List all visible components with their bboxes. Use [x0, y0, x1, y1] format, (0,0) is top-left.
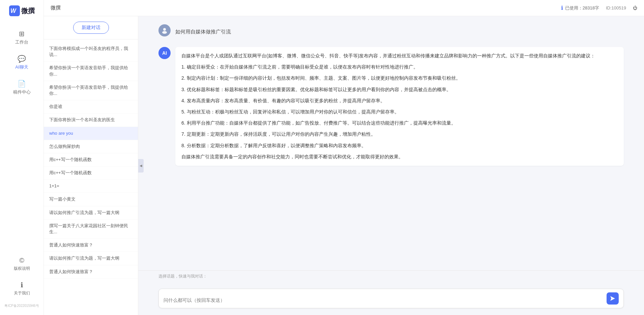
sidebar-item-copyright[interactable]: © 版权说明 — [0, 253, 43, 275]
ai-para-0: 自媒体平台是个人或团队通过互联网平台(如博客、微博、微信公众号、抖音、快手等)发… — [181, 52, 618, 60]
ai-para-1: 1. 确定目标受众：在开始自媒体推广引流之前，需要明确目标受众是谁，以便在发布内… — [181, 63, 618, 71]
send-button[interactable] — [607, 292, 619, 305]
user-message-content: 如何用自媒体做推广引流 — [175, 24, 624, 39]
sidebar-item-drafts[interactable]: 📄 稿件中心 — [0, 76, 43, 99]
history-item[interactable]: 请以如何推广引流为题，写一篇大纲 — [44, 252, 138, 265]
history-item[interactable]: 下面你将扮演一个名叫圣友的医生 — [44, 113, 138, 127]
id-info: ID:100519 — [606, 5, 626, 10]
sidebar-item-aichat[interactable]: 💬 AI聊天 — [0, 51, 43, 74]
ai-para-3: 3. 优化标题和标签：标题和标签是吸引粉丝的重要因素。优化标题和标签可以让更多的… — [181, 85, 618, 94]
sidebar-item-workbench[interactable]: ⊞ 工作台 — [0, 26, 43, 49]
chat-input[interactable] — [164, 296, 604, 305]
history-panel: 新建对话 下面你将模拟成一个叫圣友的程序员，我说... 希望你扮演一个英语发音助… — [44, 16, 138, 315]
ai-para-8: 8. 分析数据：定期分析数据，了解用户反馈和喜好，以便调整推广策略和内容发布频率… — [181, 141, 618, 150]
user-message-text: 如何用自媒体做推广引流 — [175, 24, 624, 39]
svg-point-3 — [162, 31, 167, 34]
workbench-icon: ⊞ — [19, 30, 25, 38]
ai-message-content: 自媒体平台是个人或团队通过互联网平台(如博客、微博、微信公众号、抖音、快手等)发… — [175, 47, 624, 166]
main: 微撰 ℹ 已使用：28318字 ID:100519 ⏻ 新建对话 下面你将模拟成… — [44, 0, 644, 315]
svg-text:W: W — [10, 7, 17, 14]
chat-messages: 如何用自媒体做推广引流 AI 自媒体平台是个人或团队通过互联网平台(如博客、微博… — [138, 16, 644, 270]
history-item[interactable]: 普通人如何快速致富？ — [44, 239, 138, 252]
history-item[interactable]: 下面你将模拟成一个叫圣友的程序员，我说... — [44, 42, 138, 61]
drafts-icon: 📄 — [18, 80, 26, 88]
ai-message: AI 自媒体平台是个人或团队通过互联网平台(如博客、微博、微信公众号、抖音、快手… — [158, 47, 624, 166]
sidebar: W 微撰 ⊞ 工作台 💬 AI聊天 📄 稿件中心 © 版权说明 ℹ 关于我们 粤… — [0, 0, 44, 315]
logo-text: 微撰 — [21, 6, 35, 16]
usage-text: 已使用：28318字 — [565, 5, 599, 11]
quick-topics-label: 选择话题，快速与我对话： — [158, 273, 624, 279]
usage-icon: ℹ — [561, 5, 563, 11]
ai-para-6: 6. 利用平台推广功能：自媒体平台都提供了推广功能，如广告投放、付费推广等。可以… — [181, 119, 618, 127]
aichat-icon: 💬 — [18, 55, 26, 63]
sidebar-item-workbench-label: 工作台 — [15, 39, 28, 45]
user-avatar — [158, 24, 171, 36]
history-item[interactable]: 你是谁 — [44, 100, 138, 113]
history-item[interactable]: 撰写一篇关于八大家花园社区一刻钟便民生... — [44, 219, 138, 239]
input-area — [138, 285, 644, 315]
quick-topics: 选择话题，快速与我对话： — [138, 270, 644, 285]
history-item[interactable]: 希望你扮演一个英语发音助手，我提供给你... — [44, 61, 138, 81]
ai-para-2: 2. 制定内容计划：制定一份详细的内容计划，包括发布时间、频率、主题、文案、图片… — [181, 74, 618, 82]
nav-items: ⊞ 工作台 💬 AI聊天 📄 稿件中心 — [0, 26, 43, 99]
history-item[interactable]: 用c++写一个随机函数 — [44, 166, 138, 180]
history-item[interactable]: 请以如何推广引流为题，写一篇大纲 — [44, 206, 138, 219]
copyright-icon: © — [19, 257, 24, 264]
history-item[interactable]: 写一篇小黄文 — [44, 193, 138, 206]
usage-info: ℹ 已使用：28318字 — [561, 5, 599, 11]
history-list: 下面你将模拟成一个叫圣友的程序员，我说... 希望你扮演一个英语发音助手，我提供… — [44, 40, 138, 315]
svg-point-2 — [163, 28, 166, 31]
ai-para-4: 4. 发布高质量内容：发布高质量、有价值、有趣的内容可以吸引更多的粉丝，并提高用… — [181, 97, 618, 105]
sidebar-item-aichat-label: AI聊天 — [15, 64, 28, 70]
content: 新建对话 下面你将模拟成一个叫圣友的程序员，我说... 希望你扮演一个英语发音助… — [44, 16, 644, 315]
sidebar-item-about-label: 关于我们 — [14, 290, 30, 296]
user-message: 如何用自媒体做推广引流 — [158, 24, 624, 39]
new-chat-button[interactable]: 新建对话 — [73, 22, 109, 34]
sidebar-item-about[interactable]: ℹ 关于我们 — [0, 278, 43, 299]
ai-para-9: 自媒体推广引流需要具备一定的内容创作和社交能力，同时也需要不断尝试和优化，才能取… — [181, 153, 618, 161]
ai-para-5: 5. 与粉丝互动：积极与粉丝互动，回复评论和私信，可以增加用户对你的认可和信任，… — [181, 108, 618, 116]
history-item[interactable]: 1+1= — [44, 180, 138, 193]
input-box — [158, 289, 624, 308]
ai-avatar: AI — [158, 47, 171, 59]
ai-para-7: 7. 定期更新：定期更新内容，保持活跃度，可以让用户对你的内容产生兴趣，增加用户… — [181, 130, 618, 138]
history-item[interactable]: 怎么做狗屎炒肉 — [44, 140, 138, 153]
icp-text: 粤ICP备2022015946号 — [0, 302, 43, 310]
topbar: 微撰 ℹ 已使用：28318字 ID:100519 ⏻ — [44, 0, 644, 16]
topbar-right: ℹ 已使用：28318字 ID:100519 ⏻ — [561, 5, 637, 11]
chat-main: ◀ 如何用自媒体做推广引流 AI — [138, 16, 644, 315]
history-item[interactable]: 希望你扮演一个英语发音助手，我提供给你... — [44, 81, 138, 100]
history-item-active[interactable]: who are you — [44, 127, 138, 140]
nav-bottom: © 版权说明 ℹ 关于我们 粤ICP备2022015946号 — [0, 253, 43, 310]
ai-message-text: 自媒体平台是个人或团队通过互联网平台(如博客、微博、微信公众号、抖音、快手等)发… — [175, 47, 624, 166]
topbar-title: 微撰 — [51, 5, 61, 11]
about-icon: ℹ — [21, 281, 23, 289]
logo: W 微撰 — [6, 5, 38, 16]
history-header: 新建对话 — [44, 16, 138, 40]
sidebar-item-drafts-label: 稿件中心 — [13, 89, 31, 95]
collapse-panel-button[interactable]: ◀ — [138, 159, 144, 173]
power-button[interactable]: ⏻ — [633, 5, 637, 10]
history-item[interactable]: 普通人如何快速致富？ — [44, 265, 138, 279]
sidebar-item-copyright-label: 版权说明 — [14, 266, 30, 271]
send-icon — [610, 295, 616, 301]
history-item[interactable]: 用c++写一个随机函数 — [44, 153, 138, 166]
